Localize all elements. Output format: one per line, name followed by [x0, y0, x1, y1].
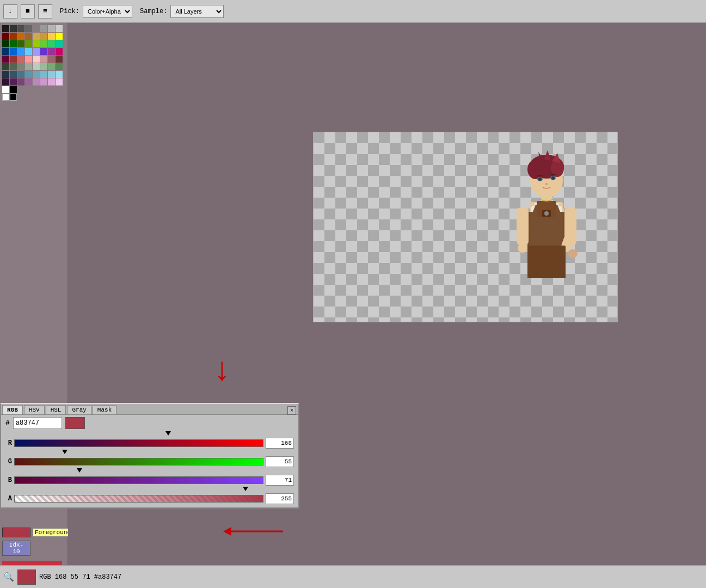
color-swatch[interactable]: [17, 33, 24, 40]
color-swatch[interactable]: [40, 63, 47, 70]
color-swatches[interactable]: [0, 23, 67, 103]
pick-select[interactable]: Color+Alpha Color Alpha: [83, 5, 132, 18]
artwork-canvas[interactable]: [313, 132, 618, 322]
color-swatch[interactable]: [2, 71, 9, 78]
color-swatch[interactable]: [56, 56, 63, 63]
idx-label: Idx-10: [2, 541, 30, 556]
svg-rect-14: [550, 174, 556, 175]
a-slider[interactable]: [14, 494, 263, 503]
b-slider[interactable]: [14, 476, 263, 485]
tool-button-1[interactable]: ↓: [3, 4, 17, 19]
color-swatch[interactable]: [2, 63, 9, 70]
color-swatch[interactable]: [10, 71, 17, 78]
close-button[interactable]: ×: [287, 406, 296, 415]
color-swatch[interactable]: [48, 56, 55, 63]
color-swatch[interactable]: [33, 56, 40, 63]
fg-color-box[interactable]: [2, 528, 30, 537]
tab-gray[interactable]: Gray: [67, 405, 91, 414]
eyedropper-icon[interactable]: 🔍: [3, 572, 14, 583]
color-swatch[interactable]: [2, 78, 9, 85]
tool-button-3[interactable]: ≡: [38, 4, 52, 19]
color-preview[interactable]: [65, 417, 85, 429]
g-slider[interactable]: [14, 457, 263, 466]
g-slider-row: G: [1, 455, 298, 468]
svg-point-15: [545, 183, 548, 185]
color-swatch[interactable]: [40, 25, 47, 32]
color-swatch[interactable]: [17, 63, 24, 70]
color-swatch[interactable]: [10, 78, 17, 85]
color-swatch[interactable]: [48, 40, 55, 47]
color-swatch[interactable]: [10, 86, 17, 93]
color-swatch[interactable]: [33, 33, 40, 40]
color-swatch[interactable]: [25, 56, 32, 63]
color-swatch[interactable]: [33, 48, 40, 55]
color-swatch[interactable]: [56, 33, 63, 40]
color-swatch[interactable]: [56, 48, 63, 55]
color-swatch[interactable]: [40, 48, 47, 55]
color-swatch[interactable]: [48, 48, 55, 55]
color-swatch[interactable]: [17, 78, 24, 85]
tool-button-2[interactable]: ■: [21, 4, 35, 19]
color-swatch[interactable]: [2, 33, 9, 40]
color-picker-dialog: RGB HSV HSL Gray Mask × # R G: [0, 403, 299, 509]
color-swatch[interactable]: [48, 71, 55, 78]
hex-input[interactable]: [13, 417, 62, 429]
color-swatch[interactable]: [17, 25, 24, 32]
color-swatch[interactable]: [25, 78, 32, 85]
color-swatch[interactable]: [2, 56, 9, 63]
color-swatch[interactable]: [2, 48, 9, 55]
color-swatch[interactable]: [40, 33, 47, 40]
black-swatch[interactable]: [10, 94, 17, 101]
tab-rgb[interactable]: RGB: [2, 405, 23, 414]
color-swatch[interactable]: [17, 48, 24, 55]
color-swatch[interactable]: [2, 25, 9, 32]
tab-hsl[interactable]: HSL: [46, 405, 66, 414]
color-swatch[interactable]: [40, 40, 47, 47]
color-swatch[interactable]: [25, 48, 32, 55]
g-value-input[interactable]: [266, 456, 294, 467]
color-swatch[interactable]: [48, 78, 55, 85]
color-swatch[interactable]: [25, 40, 32, 47]
sample-select[interactable]: All Layers Current Layer: [170, 5, 224, 18]
color-swatch[interactable]: [10, 63, 17, 70]
status-foreground-color[interactable]: [17, 569, 36, 585]
color-swatch[interactable]: [10, 48, 17, 55]
color-swatch[interactable]: [25, 33, 32, 40]
r-value-input[interactable]: [266, 438, 294, 449]
color-swatch[interactable]: [56, 63, 63, 70]
b-value-input[interactable]: [266, 475, 294, 486]
color-swatch[interactable]: [10, 33, 17, 40]
color-swatch[interactable]: [33, 63, 40, 70]
color-swatch[interactable]: [48, 63, 55, 70]
color-swatch[interactable]: [17, 56, 24, 63]
color-swatch[interactable]: [48, 33, 55, 40]
color-swatch[interactable]: [40, 71, 47, 78]
color-swatch[interactable]: [25, 25, 32, 32]
color-swatch[interactable]: [17, 40, 24, 47]
color-swatch[interactable]: [56, 40, 63, 47]
color-swatch[interactable]: [33, 71, 40, 78]
color-swatch[interactable]: [2, 40, 9, 47]
color-swatch[interactable]: [33, 40, 40, 47]
color-swatch[interactable]: [33, 78, 40, 85]
color-swatch[interactable]: [40, 78, 47, 85]
color-swatch[interactable]: [10, 25, 17, 32]
white-swatch[interactable]: [2, 94, 9, 101]
tab-mask[interactable]: Mask: [93, 405, 116, 414]
color-swatch[interactable]: [56, 78, 63, 85]
status-bar: 🔍 RGB 168 55 71 #a83747: [0, 565, 706, 588]
r-slider[interactable]: [14, 439, 263, 448]
color-swatch[interactable]: [56, 71, 63, 78]
color-swatch[interactable]: [25, 71, 32, 78]
color-swatch[interactable]: [10, 40, 17, 47]
color-swatch[interactable]: [56, 25, 63, 32]
color-swatch[interactable]: [10, 56, 17, 63]
color-swatch[interactable]: [48, 25, 55, 32]
color-swatch[interactable]: [2, 86, 9, 93]
color-swatch[interactable]: [40, 56, 47, 63]
color-swatch[interactable]: [17, 71, 24, 78]
color-swatch[interactable]: [25, 63, 32, 70]
a-value-input[interactable]: [266, 493, 294, 504]
color-swatch[interactable]: [33, 25, 40, 32]
tab-hsv[interactable]: HSV: [24, 405, 45, 414]
